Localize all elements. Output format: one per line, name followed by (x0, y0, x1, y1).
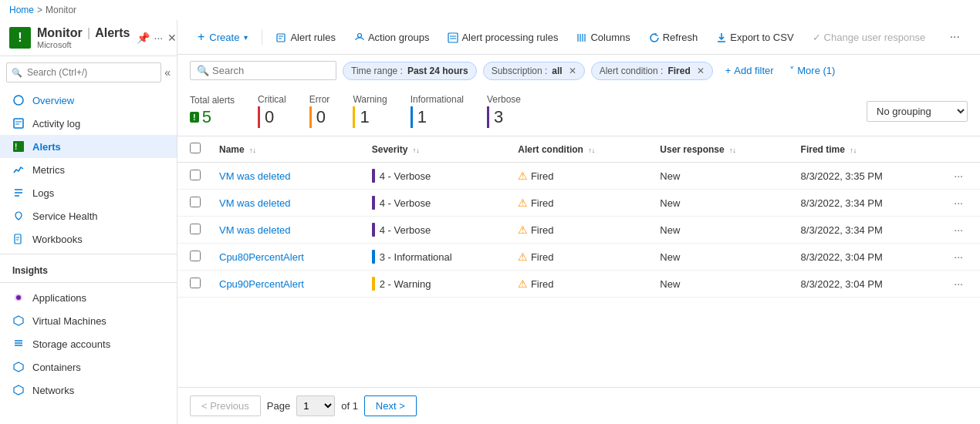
row-checkbox-cell (177, 190, 207, 217)
filter-search-input[interactable] (212, 65, 329, 76)
filter-chip-subscription: Subscription : all ✕ (483, 62, 585, 80)
sidebar-item-logs[interactable]: Logs (0, 181, 177, 204)
col-condition-sort-icon[interactable]: ↑↓ (588, 146, 595, 154)
close-icon[interactable]: ✕ (167, 32, 177, 44)
chip-sub-close[interactable]: ✕ (569, 66, 576, 76)
row-name-2: VM was deleted (207, 217, 360, 244)
storage-icon (12, 338, 25, 350)
chip-cond-label: Alert condition : (600, 66, 664, 76)
alert-name-link-2[interactable]: VM was deleted (219, 224, 291, 236)
create-plus-icon: + (198, 30, 204, 44)
page-select[interactable]: 1 (296, 395, 335, 416)
alert-processing-button[interactable]: Alert processing rules (440, 27, 566, 47)
fired-time-label-2: 8/3/2022, 3:34 PM (801, 224, 883, 236)
svg-text:!: ! (15, 143, 17, 151)
collapse-sidebar-button[interactable]: « (164, 66, 171, 79)
previous-button[interactable]: < Previous (190, 395, 261, 416)
toolbar-more-button[interactable]: ··· (942, 26, 968, 48)
add-filter-plus-icon: + (725, 65, 732, 76)
sidebar-search-icon: 🔍 (12, 68, 22, 78)
create-button[interactable]: + Create (190, 26, 255, 48)
columns-icon (576, 31, 587, 43)
more-filters-button[interactable]: ˅ More (1) (789, 65, 836, 76)
alerts-table-container: Name ↑↓ Severity ↑↓ Alert condition ↑↓ (177, 136, 980, 387)
row-fired-time-1: 8/3/2022, 3:34 PM (789, 190, 938, 217)
sidebar-item-storage-label: Storage accounts (32, 338, 110, 350)
row-name-3: Cpu80PercentAlert (207, 244, 360, 271)
row-severity-1: 4 - Verbose (360, 190, 506, 217)
add-filter-button[interactable]: + Add filter (719, 62, 780, 79)
alert-condition-label-2: Fired (531, 224, 554, 236)
filter-chip-time-range: Time range : Past 24 hours (343, 62, 477, 80)
sidebar-item-virtual-machines[interactable]: Virtual Machines (0, 309, 177, 332)
breadcrumb-separator: > (37, 5, 42, 15)
filter-search-icon: 🔍 (197, 65, 209, 76)
alert-condition-icon-4: ⚠ (518, 278, 528, 290)
row-actions-button-4[interactable]: ··· (949, 276, 968, 291)
grouping-container: No grouping Alert rule Subscription Reso… (867, 101, 968, 122)
change-response-button[interactable]: ✓ Change user response (805, 28, 934, 47)
sidebar-item-workbooks[interactable]: Workbooks (0, 227, 177, 251)
row-fired-time-4: 8/3/2022, 3:04 PM (789, 271, 938, 298)
severity-cell-3: 3 - Informational (372, 250, 494, 264)
more-header-icon[interactable]: ··· (154, 32, 164, 44)
col-response-sort-icon[interactable]: ↑↓ (729, 146, 736, 154)
grouping-select[interactable]: No grouping Alert rule Subscription Reso… (867, 101, 968, 122)
row-condition-3: ⚠ Fired (505, 244, 647, 271)
toolbar-divider-1 (262, 29, 262, 45)
action-groups-button[interactable]: Action groups (346, 27, 438, 47)
row-severity-0: 4 - Verbose (360, 163, 506, 190)
sidebar-item-containers[interactable]: Containers (0, 355, 177, 379)
stat-error-value: 0 (309, 106, 330, 128)
table-row: VM was deleted 4 - Verbose ⚠ Fired New 8… (177, 217, 980, 244)
columns-button[interactable]: Columns (569, 27, 637, 47)
select-all-checkbox[interactable] (190, 143, 201, 153)
row-condition-2: ⚠ Fired (505, 217, 647, 244)
user-response-label-3: New (660, 251, 680, 263)
refresh-icon (649, 31, 660, 43)
pin-icon[interactable]: 📌 (137, 32, 150, 44)
breadcrumb-home[interactable]: Home (9, 5, 34, 15)
col-severity-sort-icon[interactable]: ↑↓ (413, 146, 420, 154)
row-checkbox-0[interactable] (190, 170, 201, 180)
sidebar-search-input[interactable] (6, 62, 161, 82)
pagination: < Previous Page 1 of 1 Next > (177, 387, 980, 424)
user-response-label-2: New (660, 224, 680, 236)
page-input-container: 1 (296, 395, 335, 416)
alert-name-link-4[interactable]: Cpu90PercentAlert (219, 278, 304, 290)
row-actions-button-3[interactable]: ··· (949, 249, 968, 264)
severity-cell-4: 2 - Warning (372, 277, 494, 291)
sidebar-item-networks[interactable]: Networks (0, 379, 177, 402)
col-name-sort-icon[interactable]: ↑↓ (249, 146, 256, 154)
sidebar-item-alerts[interactable]: ! Alerts (0, 135, 177, 158)
sidebar-item-service-health[interactable]: Service Health (0, 204, 177, 227)
next-button[interactable]: Next > (364, 395, 417, 416)
row-actions-button-2[interactable]: ··· (949, 222, 968, 237)
sidebar-item-metrics[interactable]: Metrics (0, 158, 177, 181)
row-actions-cell-1: ··· (937, 190, 980, 217)
row-checkbox-3[interactable] (190, 251, 201, 261)
row-checkbox-1[interactable] (190, 197, 201, 207)
row-checkbox-4[interactable] (190, 278, 201, 288)
sidebar-item-activity-log[interactable]: Activity log (0, 112, 177, 135)
export-button[interactable]: Export to CSV (708, 27, 801, 47)
alert-name-link-1[interactable]: VM was deleted (219, 197, 291, 209)
sidebar-item-logs-label: Logs (32, 187, 54, 199)
alert-rules-button[interactable]: Alert rules (269, 27, 343, 47)
sidebar-item-storage[interactable]: Storage accounts (0, 332, 177, 355)
sidebar-item-applications[interactable]: Applications (0, 286, 177, 309)
svg-marker-19 (14, 385, 23, 395)
table-row: VM was deleted 4 - Verbose ⚠ Fired New 8… (177, 190, 980, 217)
col-fired-sort-icon[interactable]: ↑↓ (850, 146, 857, 154)
row-actions-button-1[interactable]: ··· (949, 195, 968, 210)
row-actions-button-0[interactable]: ··· (949, 168, 968, 183)
table-row: VM was deleted 4 - Verbose ⚠ Fired New 8… (177, 163, 980, 190)
chip-cond-close[interactable]: ✕ (697, 66, 705, 76)
alert-name-link-3[interactable]: Cpu80PercentAlert (219, 251, 304, 263)
refresh-button[interactable]: Refresh (641, 27, 706, 47)
app-company: Microsoft (37, 40, 130, 49)
alert-name-link-0[interactable]: VM was deleted (219, 170, 291, 182)
sidebar-item-overview[interactable]: Overview (0, 89, 177, 112)
row-checkbox-2[interactable] (190, 224, 201, 234)
nav-divider (0, 254, 177, 254)
